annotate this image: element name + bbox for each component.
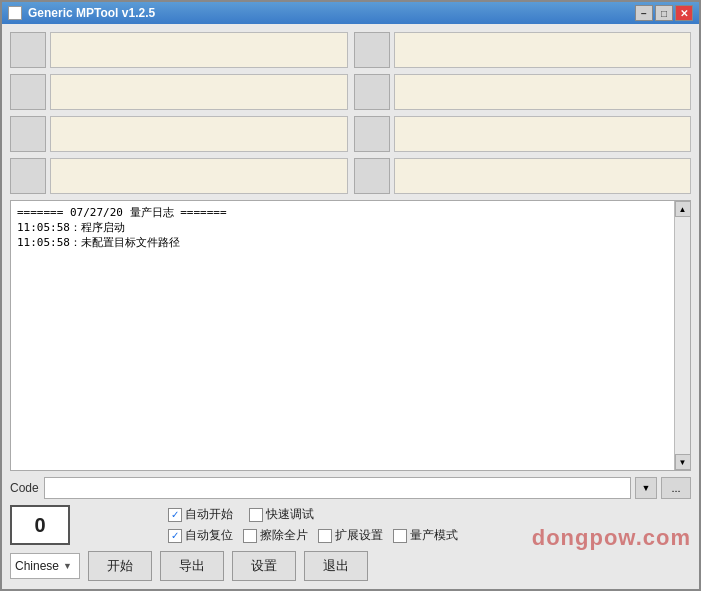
expand-settings-label: 扩展设置 [335,527,383,544]
options-stack: ✓ 自动开始 快速调试 ✓ 自动复位 擦除 [78,506,458,544]
erase-all-box[interactable] [243,529,257,543]
language-selector[interactable]: Chinese ▼ [10,553,80,579]
app-icon [8,6,22,20]
code-dropdown-button[interactable]: ▼ [635,477,657,499]
code-label: Code [10,481,40,495]
device-field-5 [50,116,348,152]
title-bar: Generic MPTool v1.2.5 − □ ✕ [2,2,699,24]
device-row-4-left [10,158,348,194]
quick-debug-checkbox[interactable]: 快速调试 [249,506,314,523]
main-window: Generic MPTool v1.2.5 − □ ✕ [0,0,701,591]
device-grid [10,32,691,194]
start-button[interactable]: 开始 [88,551,152,581]
window-title: Generic MPTool v1.2.5 [28,6,155,20]
device-button-7[interactable] [10,158,46,194]
counter-value: 0 [34,514,45,537]
device-row-2-left [10,74,348,110]
export-button[interactable]: 导出 [160,551,224,581]
device-row-3-right [354,116,692,152]
mass-production-label: 量产模式 [410,527,458,544]
device-button-1[interactable] [10,32,46,68]
expand-settings-box[interactable] [318,529,332,543]
title-bar-left: Generic MPTool v1.2.5 [8,6,155,20]
device-row-1-left [10,32,348,68]
auto-start-checkbox[interactable]: ✓ 自动开始 [168,506,233,523]
device-field-3 [50,74,348,110]
auto-start-box[interactable]: ✓ [168,508,182,522]
scroll-down-button[interactable]: ▼ [675,454,691,470]
exit-button[interactable]: 退出 [304,551,368,581]
log-area: ======= 07/27/20 量产日志 ======= 11:05:58：程… [10,200,691,471]
auto-start-label: 自动开始 [185,506,233,523]
quick-debug-box[interactable] [249,508,263,522]
language-text: Chinese [15,559,59,573]
counter-display: 0 [10,505,70,545]
erase-all-label: 擦除全片 [260,527,308,544]
code-browse-button[interactable]: ... [661,477,691,499]
device-button-5[interactable] [10,116,46,152]
maximize-button[interactable]: □ [655,5,673,21]
device-field-4 [394,74,692,110]
device-button-6[interactable] [354,116,390,152]
device-row-1-right [354,32,692,68]
device-field-6 [394,116,692,152]
quick-debug-label: 快速调试 [266,506,314,523]
minimize-button[interactable]: − [635,5,653,21]
log-scrollbar: ▲ ▼ [674,201,690,470]
erase-all-checkbox[interactable]: 擦除全片 [243,527,308,544]
settings-button[interactable]: 设置 [232,551,296,581]
device-row-4-right [354,158,692,194]
auto-reset-label: 自动复位 [185,527,233,544]
code-row: Code ▼ ... [10,477,691,499]
options-row-1: ✓ 自动开始 快速调试 [78,506,458,523]
auto-reset-box[interactable]: ✓ [168,529,182,543]
device-button-2[interactable] [354,32,390,68]
title-buttons: − □ ✕ [635,5,693,21]
auto-reset-checkbox[interactable]: ✓ 自动复位 [168,527,233,544]
device-button-4[interactable] [354,74,390,110]
options-row-2: ✓ 自动复位 擦除全片 扩展设置 量产模式 [78,527,458,544]
scroll-up-button[interactable]: ▲ [675,201,691,217]
mass-production-checkbox[interactable]: 量产模式 [393,527,458,544]
device-button-3[interactable] [10,74,46,110]
device-field-1 [50,32,348,68]
expand-settings-checkbox[interactable]: 扩展设置 [318,527,383,544]
device-field-8 [394,158,692,194]
log-text: ======= 07/27/20 量产日志 ======= 11:05:58：程… [11,201,674,470]
device-row-3-left [10,116,348,152]
bottom-row: 0 ✓ 自动开始 快速调试 ✓ [10,505,691,545]
device-row-2-right [354,74,692,110]
device-button-8[interactable] [354,158,390,194]
action-row: Chinese ▼ 开始 导出 设置 退出 [10,551,691,581]
device-field-7 [50,158,348,194]
language-arrow-icon: ▼ [63,561,72,571]
code-input[interactable] [44,477,631,499]
scroll-track[interactable] [675,217,690,454]
main-content: ======= 07/27/20 量产日志 ======= 11:05:58：程… [2,24,699,589]
close-button[interactable]: ✕ [675,5,693,21]
device-field-2 [394,32,692,68]
mass-production-box[interactable] [393,529,407,543]
